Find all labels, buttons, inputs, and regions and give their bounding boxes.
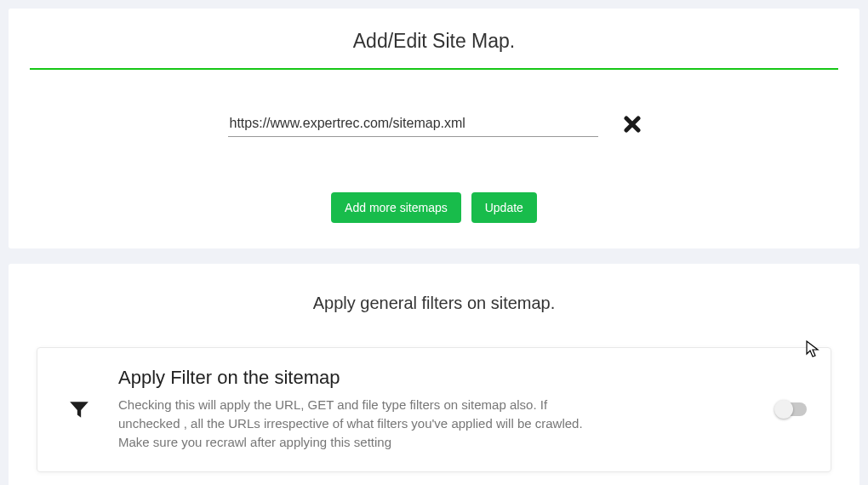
sitemap-row — [30, 112, 838, 137]
update-button[interactable]: Update — [471, 192, 537, 223]
filter-description: Checking this will apply the URL, GET an… — [118, 396, 612, 451]
filter-body: Apply Filter on the sitemap Checking thi… — [118, 367, 755, 451]
title-underline — [30, 68, 838, 70]
funnel-icon — [68, 398, 90, 420]
filters-card: Apply general filters on sitemap. Apply … — [9, 264, 859, 485]
apply-filter-toggle[interactable] — [776, 402, 807, 416]
filter-icon-wrap — [61, 398, 97, 420]
filters-section-title: Apply general filters on sitemap. — [30, 294, 838, 313]
sitemap-card: Add/Edit Site Map. Add more sitemaps Upd… — [9, 9, 859, 248]
toggle-knob — [774, 400, 793, 419]
apply-filter-option: Apply Filter on the sitemap Checking thi… — [37, 347, 831, 472]
add-more-sitemaps-button[interactable]: Add more sitemaps — [331, 192, 461, 223]
remove-sitemap-icon[interactable] — [624, 113, 641, 137]
filter-heading: Apply Filter on the sitemap — [118, 367, 755, 389]
sitemap-button-row: Add more sitemaps Update — [30, 192, 838, 223]
sitemap-title: Add/Edit Site Map. — [30, 30, 838, 68]
sitemap-url-input[interactable] — [228, 112, 598, 137]
close-x-icon — [624, 116, 641, 133]
